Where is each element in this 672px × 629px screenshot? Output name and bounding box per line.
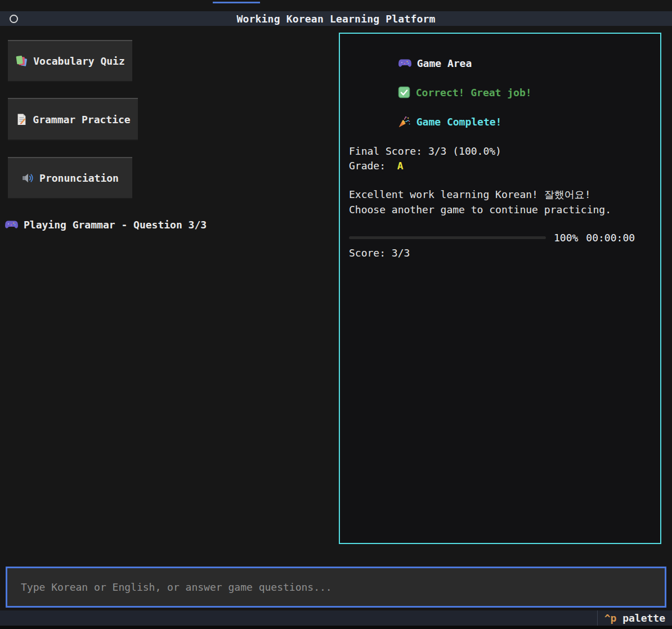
progress-row: 100% 00:00:00 [349, 230, 635, 245]
focus-indicator-line [213, 2, 260, 3]
next-step-message: Choose another game to continue practici… [349, 202, 611, 217]
grammar-practice-button[interactable]: Grammar Practice [8, 98, 138, 141]
vocabulary-quiz-label: Vocabulary Quiz [33, 55, 125, 67]
palette-shortcut-key: ^p [604, 612, 623, 624]
grade-label: Grade: [349, 160, 392, 172]
answer-input[interactable] [7, 581, 665, 593]
header-bar: Working Korean Learning Platform [0, 11, 672, 26]
party-popper-icon [349, 115, 411, 128]
complete-banner-row: Game Complete! [349, 114, 501, 129]
game-controller-icon [349, 59, 411, 68]
feedback-text: Correct! Great job! [416, 87, 532, 98]
complete-banner-text: Game Complete! [416, 116, 502, 128]
answer-input-container [6, 567, 666, 608]
final-score-text: Final Score: 3/3 (100.0%) [349, 143, 501, 158]
grade-row: Grade: A [349, 158, 404, 173]
check-mark-icon [349, 86, 410, 98]
progress-percent: 100% [554, 232, 578, 244]
grammar-practice-label: Grammar Practice [33, 114, 130, 125]
game-area-title: Game Area [417, 57, 472, 69]
progress-time: 00:00:00 [586, 232, 635, 244]
game-controller-icon [5, 220, 18, 230]
vocabulary-quiz-button[interactable]: Vocabulary Quiz [8, 40, 132, 82]
game-area-title-row: Game Area [349, 56, 472, 70]
speaker-icon [21, 172, 34, 185]
pronunciation-button[interactable]: Pronunciation [8, 157, 132, 199]
encouragement-message: Excellent work learning Korean! 잘했어요! [349, 187, 591, 202]
bottom-edge [0, 626, 672, 629]
app-title: Working Korean Learning Platform [0, 13, 672, 25]
palette-shortcut-label: palette [622, 612, 665, 624]
game-status-line: Playing Grammar - Question 3/3 [5, 217, 207, 232]
command-palette-hint[interactable]: ^p palette [598, 612, 672, 624]
books-icon [15, 55, 28, 68]
memo-icon [15, 113, 28, 125]
score-text: Score: 3/3 [349, 245, 410, 260]
footer-bar: ^p palette [0, 610, 672, 626]
game-status-text: Playing Grammar - Question 3/3 [24, 219, 207, 231]
app-window: Working Korean Learning Platform Vocabul… [0, 0, 672, 629]
pronunciation-label: Pronunciation [39, 172, 119, 184]
game-area-panel: Game Area Correct! Great job! [339, 33, 661, 544]
grade-value: A [397, 160, 404, 172]
progress-bar [349, 236, 546, 239]
feedback-row: Correct! Great job! [349, 85, 532, 100]
